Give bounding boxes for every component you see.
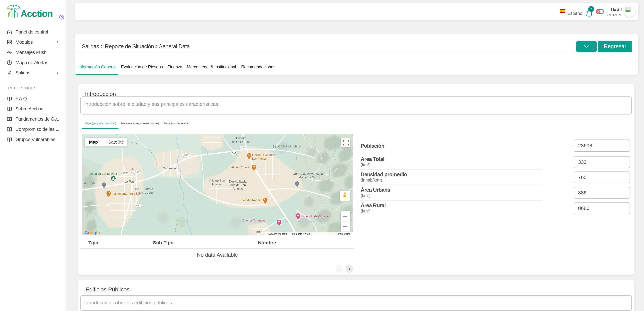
svg-text:COL NUEVO: COL NUEVO — [135, 188, 154, 191]
svg-text:Map data ©2023: Map data ©2023 — [292, 233, 310, 235]
svg-text:EL CAMPANARIO: EL CAMPANARIO — [273, 145, 302, 148]
svg-text:Antonio: Antonio — [212, 183, 222, 186]
svg-text:Flores: Flores — [254, 230, 262, 234]
svg-text:Centro de Avivamiento: Centro de Avivamiento — [293, 172, 324, 175]
svg-text:Satellite: Satellite — [108, 140, 124, 145]
svg-text:Keyboard shortcuts: Keyboard shortcuts — [267, 233, 288, 235]
svg-text:Villa de San: Villa de San — [230, 183, 246, 187]
svg-text:Desvio: Desvio — [236, 136, 246, 140]
svg-text:Chorros Termales: Chorros Termales — [242, 219, 265, 222]
svg-text:Fincas El Carmen: Fincas El Carmen — [252, 153, 275, 157]
svg-text:o: o — [91, 230, 94, 235]
svg-text:Los Palillos: Los Palillos — [252, 157, 267, 160]
svg-text:La Paz: La Paz — [124, 180, 134, 183]
svg-text:RN68: RN68 — [122, 172, 128, 174]
svg-text:Atolera Yoselin: Atolera Yoselin — [231, 166, 250, 169]
svg-text:o: o — [88, 230, 91, 235]
svg-text:Map: Map — [89, 140, 98, 145]
svg-text:g: g — [94, 230, 96, 235]
svg-text:e: e — [98, 230, 100, 235]
svg-text:Yarumela: Yarumela — [163, 167, 176, 170]
svg-text:CA5: CA5 — [241, 146, 245, 149]
svg-text:ia La Ermita: ia La Ermita — [82, 182, 96, 185]
svg-text:Desvio hacia: Desvio hacia — [229, 180, 246, 183]
svg-text:Monte de Sión: Monte de Sión — [298, 176, 318, 179]
svg-text:Villa de San: Villa de San — [209, 179, 225, 182]
svg-text:CA7: CA7 — [184, 154, 188, 157]
svg-text:CA7: CA7 — [136, 204, 140, 207]
svg-text:Laberinto de Cipreses: Laberinto de Cipreses — [301, 215, 330, 218]
svg-text:Restaurante Toros Bar: Restaurante Toros Bar — [112, 192, 140, 195]
svg-text:Elena de Carías Park: Elena de Carías Park — [90, 172, 117, 175]
svg-text:CA7: CA7 — [232, 152, 236, 154]
svg-text:Terms of Use: Terms of Use — [336, 233, 350, 235]
svg-text:hacia La Paz: hacia La Paz — [232, 140, 250, 144]
svg-text:CA7: CA7 — [135, 171, 139, 174]
svg-text:Antonio: Antonio — [232, 187, 243, 190]
svg-text:G: G — [85, 230, 88, 235]
svg-text:Comedor Normita: Comedor Normita — [240, 199, 262, 202]
